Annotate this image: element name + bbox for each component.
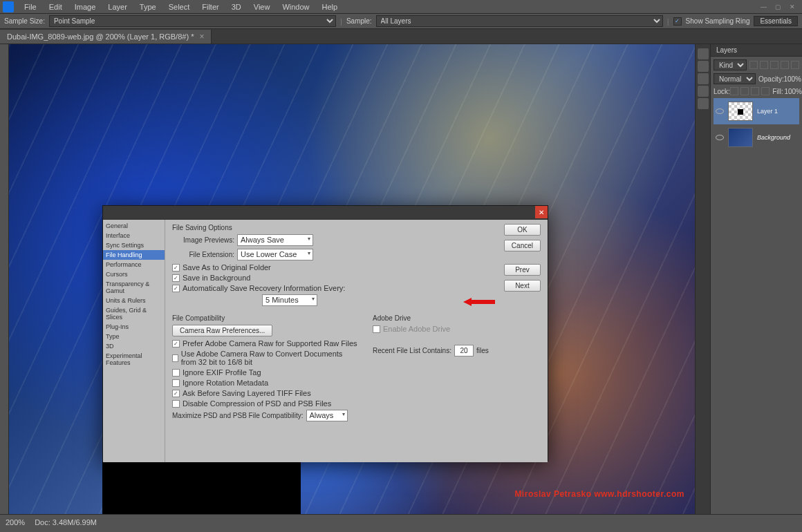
pref-nav-plug-ins[interactable]: Plug-Ins	[103, 322, 165, 332]
save-orig-checkbox[interactable]: ✓	[172, 264, 180, 272]
layer-thumbnail[interactable]	[728, 102, 753, 121]
menu-layer[interactable]: Layer	[102, 1, 133, 12]
pref-nav-sync-settings[interactable]: Sync Settings	[103, 240, 165, 250]
pref-nav-transparency-gamut[interactable]: Transparency & Gamut	[103, 279, 165, 296]
acr-convert-checkbox[interactable]	[172, 354, 178, 362]
layer-thumbnail[interactable]	[728, 128, 753, 147]
layer-filter-select[interactable]: Kind	[714, 59, 747, 70]
fill-label: Fill:	[772, 88, 781, 95]
menubar: FileEditImageLayerTypeSelectFilter3DView…	[0, 0, 802, 14]
menu-type[interactable]: Type	[133, 1, 162, 12]
ignore-rot-label: Ignore Rotation Metadata	[183, 379, 268, 387]
document-tab[interactable]: Dubai-IMG_8089-web.jpg @ 200% (Layer 1, …	[0, 30, 212, 44]
layer-row[interactable]: Background	[714, 124, 799, 151]
zoom-level[interactable]: 200%	[6, 518, 25, 526]
layer-row[interactable]: Layer 1	[714, 98, 799, 124]
camera-raw-prefs-button[interactable]: Camera Raw Preferences...	[172, 325, 272, 336]
pref-nav-experimental-features[interactable]: Experimental Features	[103, 351, 165, 368]
menu-window[interactable]: Window	[276, 1, 315, 12]
lock-all-icon[interactable]	[761, 87, 770, 95]
ask-tiff-checkbox[interactable]: ✓	[172, 390, 180, 397]
actions-icon[interactable]	[698, 61, 709, 72]
maximize-icon[interactable]: ▢	[775, 3, 781, 10]
recent-count-input[interactable]	[454, 345, 474, 357]
sample-size-select[interactable]: Point Sample	[49, 15, 336, 27]
pref-nav-performance[interactable]: Performance	[103, 260, 165, 269]
pref-nav-interface[interactable]: Interface	[103, 231, 165, 240]
sample-select[interactable]: All Layers	[376, 15, 663, 27]
properties-icon[interactable]	[698, 73, 709, 84]
pref-nav-units-rulers[interactable]: Units & Rulers	[103, 296, 165, 305]
sampling-ring-check[interactable]: ✓	[673, 17, 682, 26]
adjustments-icon[interactable]	[698, 86, 709, 97]
pref-nav-guides-grid-slices[interactable]: Guides, Grid & Slices	[103, 305, 165, 322]
auto-recover-interval-select[interactable]: 5 Minutes	[262, 294, 317, 306]
pref-nav-file-handling[interactable]: File Handling	[103, 250, 165, 260]
menu-filter[interactable]: Filter	[196, 1, 225, 12]
menu-image[interactable]: Image	[68, 1, 102, 12]
filter-smart-icon[interactable]	[791, 61, 799, 69]
menu-3d[interactable]: 3D	[225, 1, 248, 12]
visibility-icon[interactable]	[716, 135, 724, 140]
menu-help[interactable]: Help	[316, 1, 344, 12]
fill-value[interactable]: 100%	[784, 88, 799, 95]
visibility-icon[interactable]	[716, 108, 724, 114]
window-controls[interactable]: — ▢ ✕	[761, 3, 799, 10]
image-previews-select[interactable]: Always Save	[237, 234, 313, 246]
minimize-icon[interactable]: —	[761, 3, 767, 10]
prev-button[interactable]: Prev	[504, 264, 541, 276]
panel-dock[interactable]	[695, 44, 710, 514]
dialog-titlebar[interactable]: ✕	[103, 206, 548, 220]
lock-transparent-icon[interactable]	[730, 87, 738, 95]
toolbar[interactable]	[0, 44, 9, 514]
layers-tab[interactable]: Layers	[711, 44, 802, 57]
prefer-acr-checkbox[interactable]: ✓	[172, 340, 180, 348]
menu-file[interactable]: File	[18, 1, 43, 12]
lock-label: Lock:	[714, 88, 727, 95]
history-icon[interactable]	[698, 48, 709, 59]
layer-name[interactable]: Background	[757, 134, 790, 141]
options-bar: Sample Size: Point Sample | Sample: All …	[0, 14, 802, 29]
pref-nav-general[interactable]: General	[103, 221, 165, 231]
file-ext-select[interactable]: Use Lower Case	[237, 249, 313, 260]
close-icon[interactable]: ×	[199, 32, 204, 41]
lock-position-icon[interactable]	[751, 87, 759, 95]
file-compat-legend: File Compatibility	[172, 314, 359, 322]
preferences-nav: GeneralInterfaceSync SettingsFile Handli…	[103, 220, 165, 462]
filter-adjust-icon[interactable]	[760, 61, 768, 69]
ask-tiff-label: Ask Before Saving Layered TIFF Files	[183, 389, 311, 397]
blend-mode-select[interactable]: Normal	[714, 73, 756, 84]
watermark: Miroslav Petrasko www.hdrshooter.com	[514, 489, 684, 499]
ignore-rot-checkbox[interactable]	[172, 379, 180, 387]
styles-icon[interactable]	[698, 98, 709, 109]
close-icon[interactable]: ✕	[790, 3, 795, 10]
filter-pixel-icon[interactable]	[749, 61, 758, 69]
max-compat-select[interactable]: Always	[306, 410, 348, 421]
main-area: Miroslav Petrasko www.hdrshooter.com ✕ G…	[0, 44, 802, 514]
filter-type-icon[interactable]	[770, 61, 778, 69]
disable-comp-checkbox[interactable]	[172, 400, 180, 408]
menu-select[interactable]: Select	[162, 1, 196, 12]
opacity-value[interactable]: 100%	[783, 75, 799, 83]
save-bg-checkbox[interactable]: ✓	[172, 274, 180, 282]
doc-size[interactable]: Doc: 3.48M/6.99M	[35, 518, 97, 526]
pref-nav--d[interactable]: 3D	[103, 341, 165, 351]
lock-image-icon[interactable]	[740, 87, 749, 95]
ignore-exif-checkbox[interactable]	[172, 369, 180, 377]
disable-comp-label: Disable Compression of PSD and PSB Files	[183, 399, 331, 408]
app-logo	[3, 1, 14, 12]
dialog-close-button[interactable]: ✕	[535, 206, 548, 218]
pref-nav-type[interactable]: Type	[103, 332, 165, 341]
max-compat-label: Maximize PSD and PSB File Compatibility:	[172, 412, 304, 419]
pref-nav-cursors[interactable]: Cursors	[103, 269, 165, 279]
next-button[interactable]: Next	[504, 280, 541, 292]
filter-shape-icon[interactable]	[781, 61, 789, 69]
layer-name[interactable]: Layer 1	[757, 108, 778, 115]
canvas[interactable]: Miroslav Petrasko www.hdrshooter.com ✕ G…	[9, 44, 695, 514]
workspace-switcher[interactable]: Essentials	[754, 16, 798, 26]
menu-edit[interactable]: Edit	[43, 1, 68, 12]
menu-view[interactable]: View	[248, 1, 277, 12]
cancel-button[interactable]: Cancel	[504, 240, 541, 251]
auto-recover-checkbox[interactable]: ✓	[172, 285, 180, 292]
ok-button[interactable]: OK	[504, 224, 541, 236]
